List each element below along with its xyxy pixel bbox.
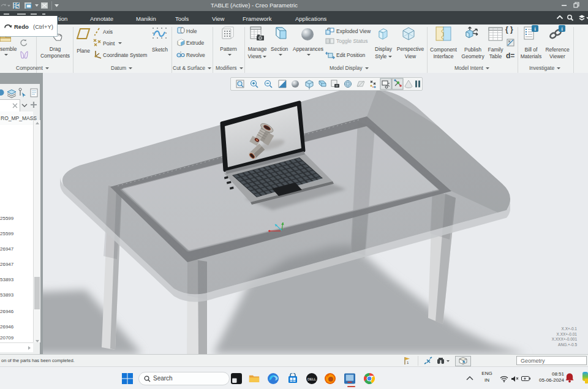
svg-text:1: 1: [407, 361, 409, 364]
svg-text:DELL: DELL: [307, 377, 316, 381]
